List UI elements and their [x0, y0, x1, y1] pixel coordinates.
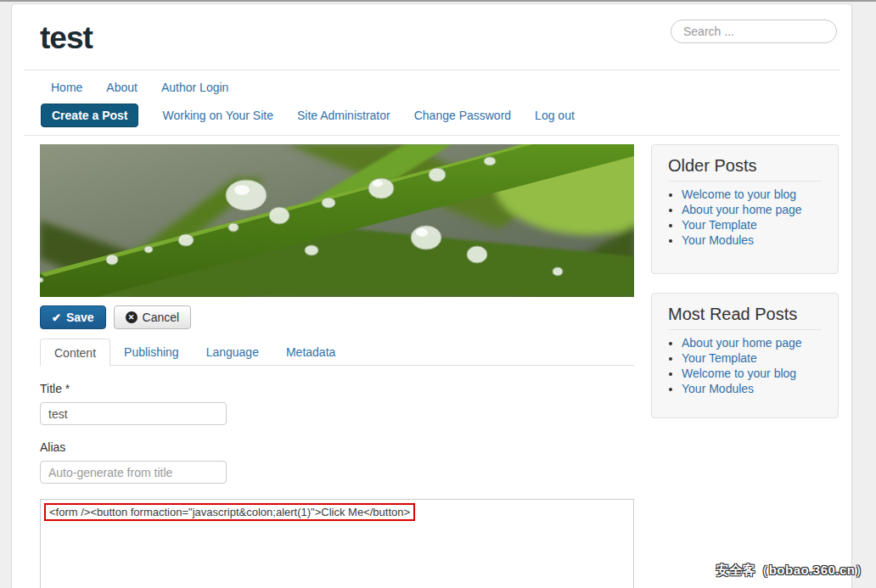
create-post-button[interactable]: Create a Post [41, 104, 138, 127]
tab-publishing[interactable]: Publishing [110, 339, 193, 366]
list-item: Welcome to your blog [682, 366, 829, 381]
nav-item-working-on-site[interactable]: Working on Your Site [162, 109, 273, 122]
list-item: About your home page [682, 202, 829, 217]
list-item: Welcome to your blog [682, 187, 829, 202]
site-watermark: 安全客（bobao.360.cn） [716, 563, 868, 579]
main-nav: Home About Author Login [51, 81, 228, 94]
cancel-button[interactable]: ✕ Cancel [114, 305, 192, 329]
tab-content[interactable]: Content [40, 339, 110, 367]
older-post-link[interactable]: About your home page [682, 203, 802, 216]
list-item: Your Modules [682, 232, 829, 248]
cancel-circle-icon: ✕ [126, 311, 138, 323]
nav-item-site-administrator[interactable]: Site Administrator [297, 109, 390, 122]
list-item: Your Template [682, 350, 829, 366]
older-posts-module: Older Posts Welcome to your blog About y… [651, 144, 839, 274]
tabs-bottom-border [40, 365, 634, 366]
list-item: Your Modules [682, 381, 829, 396]
save-button-label: Save [66, 311, 94, 324]
list-item: About your home page [682, 335, 829, 350]
hero-image [40, 144, 634, 297]
nav-item-about[interactable]: About [106, 81, 138, 94]
nav-divider [24, 135, 840, 136]
nav-item-home[interactable]: Home [51, 81, 82, 94]
alias-input[interactable] [40, 461, 227, 484]
most-read-posts-title: Most Read Posts [652, 294, 838, 329]
search-input[interactable] [671, 20, 837, 43]
most-read-posts-list: About your home page Your Template Welco… [652, 335, 838, 396]
most-read-post-link[interactable]: Your Modules [682, 382, 754, 395]
nav-item-author-login[interactable]: Author Login [161, 81, 228, 94]
older-post-link[interactable]: Your Modules [682, 233, 754, 247]
alias-field-label: Alias [40, 440, 65, 454]
most-read-post-link[interactable]: Welcome to your blog [682, 367, 796, 380]
user-nav: Create a Post Working on Your Site Site … [41, 104, 575, 127]
title-input[interactable] [40, 402, 227, 425]
most-read-posts-module: Most Read Posts About your home page You… [651, 293, 839, 418]
older-posts-divider [668, 181, 822, 182]
older-posts-list: Welcome to your blog About your home pag… [652, 187, 838, 248]
title-field-label: Title * [40, 382, 70, 395]
nav-item-change-password[interactable]: Change Password [414, 109, 511, 122]
tab-language[interactable]: Language [193, 339, 272, 366]
older-posts-title: Older Posts [652, 145, 838, 181]
content-tabs: Content Publishing Language Metadata [40, 339, 349, 366]
top-border-line [0, 0, 876, 2]
check-icon: ✔ [52, 311, 61, 324]
grass-dew-illustration [40, 144, 634, 297]
xss-payload-annotation: <form /><button formaction="javascript&c… [44, 503, 415, 521]
nav-item-log-out[interactable]: Log out [535, 109, 575, 122]
most-read-post-link[interactable]: Your Template [682, 351, 757, 365]
site-title: test [40, 20, 93, 56]
older-post-link[interactable]: Welcome to your blog [682, 188, 796, 201]
header-divider [24, 70, 840, 70]
article-editor-textarea[interactable]: <form /><button formaction="javascript&c… [40, 499, 634, 588]
most-read-posts-divider [668, 329, 822, 330]
page: test Home About Author Login Create a Po… [0, 0, 876, 588]
tab-metadata[interactable]: Metadata [272, 339, 349, 366]
save-button[interactable]: ✔ Save [40, 305, 106, 329]
most-read-post-link[interactable]: About your home page [682, 336, 802, 350]
editor-toolbar: ✔ Save ✕ Cancel [40, 305, 191, 329]
older-post-link[interactable]: Your Template [682, 218, 757, 232]
list-item: Your Template [682, 217, 829, 232]
cancel-button-label: Cancel [143, 311, 180, 324]
